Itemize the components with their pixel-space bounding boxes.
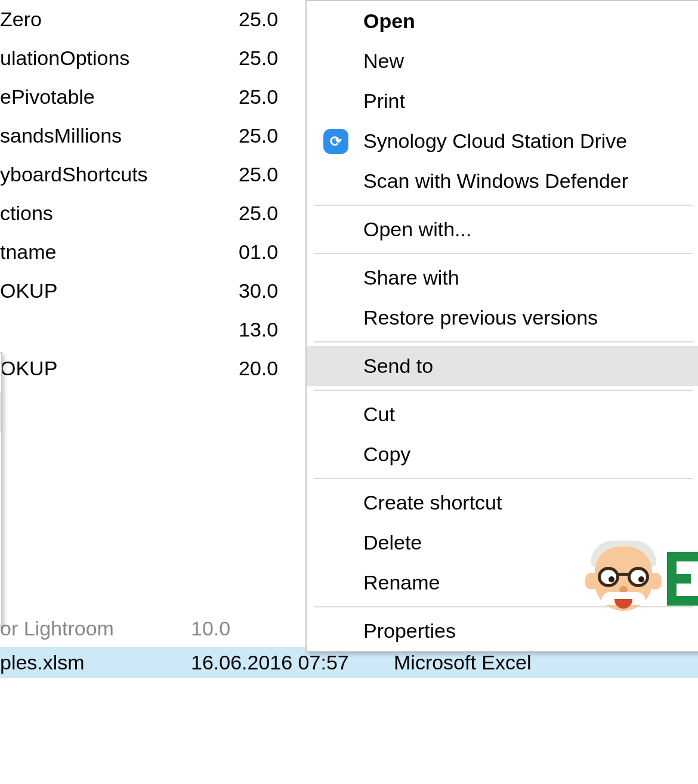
- file-date: 30.0: [239, 279, 284, 303]
- menu-label: Share with: [363, 266, 459, 289]
- menu-send-to[interactable]: Send to: [307, 346, 698, 386]
- file-date: 25.0: [239, 85, 284, 109]
- send-to-item[interactable]: pient: [0, 508, 1, 547]
- menu-print[interactable]: Print: [307, 81, 698, 121]
- file-type: Microsoft Excel: [394, 651, 692, 674]
- cloud-sync-icon: ⟳: [323, 129, 348, 154]
- file-date: 25.0: [239, 163, 284, 186]
- menu-label: Scan with Windows Defender: [363, 169, 628, 193]
- file-name: ePivotable: [0, 85, 239, 109]
- menu-separator: [314, 253, 693, 254]
- send-to-item[interactable]: h device: [0, 353, 1, 392]
- file-row[interactable]: ulationOptions25.0: [0, 39, 358, 78]
- menu-open-with[interactable]: Open with...: [307, 209, 698, 249]
- send-to-item[interactable]: hone: [0, 586, 1, 625]
- file-row[interactable]: yboardShortcuts25.0: [0, 155, 358, 194]
- menu-label: Properties: [363, 619, 456, 643]
- menu-label: Delete: [363, 531, 422, 554]
- file-row[interactable]: OKUP30.0: [0, 271, 358, 310]
- file-row[interactable]: tname01.0: [0, 233, 358, 271]
- menu-label: Rename: [363, 571, 440, 594]
- file-row[interactable]: sandsMillions25.0: [0, 116, 358, 155]
- file-row[interactable]: OKUP20.0: [0, 349, 358, 388]
- menu-share-with[interactable]: Share with: [307, 258, 698, 298]
- menu-restore-previous[interactable]: Restore previous versions: [307, 298, 698, 338]
- file-name: Zero: [0, 8, 239, 31]
- file-name: ulationOptions: [0, 47, 239, 70]
- file-name: tname: [0, 240, 239, 264]
- file-date: 01.0: [239, 240, 284, 264]
- file-date: 16.06.2016 07:57: [191, 651, 394, 674]
- menu-label: Copy: [363, 443, 410, 466]
- menu-cut[interactable]: Cut: [307, 394, 698, 434]
- file-date: 25.0: [239, 47, 284, 70]
- professor-avatar-icon: [588, 541, 659, 617]
- menu-create-shortcut[interactable]: Create shortcut: [307, 483, 698, 523]
- send-to-item[interactable]: ipient: [0, 547, 1, 586]
- menu-copy[interactable]: Copy: [307, 434, 698, 474]
- menu-label: Restore previous versions: [363, 306, 598, 329]
- menu-label: Send to: [363, 354, 433, 378]
- file-name: yboardShortcuts: [0, 163, 239, 186]
- send-to-item[interactable]: (create shortcut): [0, 431, 1, 470]
- menu-new[interactable]: New: [307, 41, 698, 81]
- send-to-item[interactable]: nts: [0, 470, 1, 508]
- file-name: OKUP: [0, 357, 239, 380]
- menu-open[interactable]: Open: [307, 1, 698, 41]
- menu-defender[interactable]: Scan with Windows Defender: [307, 161, 698, 201]
- file-name: sandsMillions: [0, 124, 239, 147]
- menu-label: Print: [363, 89, 405, 113]
- send-to-item[interactable]: ssed (zipped) folder: [0, 392, 1, 431]
- file-row[interactable]: Zero25.0: [0, 0, 358, 39]
- menu-label: Open with...: [363, 218, 471, 241]
- file-date: 25.0: [239, 8, 284, 31]
- file-date: 13.0: [239, 318, 284, 341]
- file-name: or Lightroom: [0, 617, 191, 640]
- file-date: 20.0: [239, 357, 284, 380]
- menu-separator: [314, 390, 693, 391]
- file-date: 25.0: [239, 124, 284, 147]
- menu-label: Open: [363, 10, 415, 33]
- file-name: OKUP: [0, 279, 239, 303]
- menu-separator: [314, 341, 693, 342]
- file-name: ctions: [0, 202, 239, 225]
- watermark-logo: [588, 541, 698, 617]
- send-to-submenu: h devicessed (zipped) folder (create sho…: [0, 352, 2, 626]
- file-row[interactable]: ePivotable25.0: [0, 78, 358, 116]
- menu-separator: [314, 205, 693, 206]
- menu-label: New: [363, 50, 404, 73]
- file-date: 25.0: [239, 202, 284, 225]
- file-name: ples.xlsm: [0, 651, 191, 674]
- menu-separator: [314, 478, 693, 479]
- file-row[interactable]: ctions25.0: [0, 194, 358, 233]
- menu-label: Cut: [363, 403, 395, 426]
- menu-label: Synology Cloud Station Drive: [363, 129, 627, 153]
- menu-properties[interactable]: Properties: [307, 611, 698, 651]
- excel-e-icon: [667, 552, 698, 606]
- menu-synology[interactable]: ⟳ Synology Cloud Station Drive: [307, 121, 698, 161]
- menu-label: Create shortcut: [363, 491, 502, 514]
- file-row[interactable]: 13.0: [0, 310, 358, 349]
- file-list: Zero25.0ulationOptions25.0ePivotable25.0…: [0, 0, 358, 388]
